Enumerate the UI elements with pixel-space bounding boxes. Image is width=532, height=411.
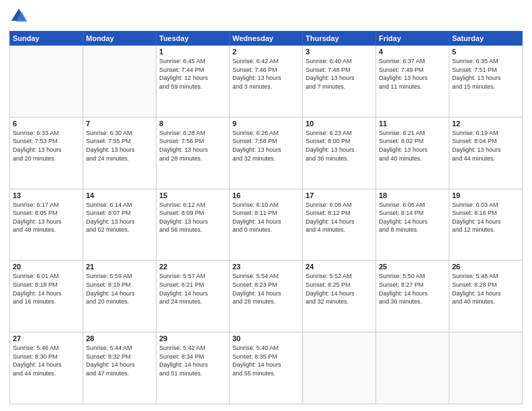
day-number: 3 — [306, 48, 373, 56]
day-number: 15 — [159, 191, 226, 199]
day-info: Sunrise: 5:48 AM Sunset: 8:28 PM Dayligh… — [452, 272, 519, 306]
day-info: Sunrise: 6:05 AM Sunset: 8:14 PM Dayligh… — [379, 201, 446, 234]
weekday-header-sunday: Sunday — [10, 32, 83, 46]
calendar-cell: 6Sunrise: 6:33 AM Sunset: 7:53 PM Daylig… — [10, 117, 83, 189]
day-number: 21 — [86, 263, 153, 271]
weekday-header-saturday: Saturday — [449, 32, 523, 46]
calendar-cell — [449, 332, 523, 404]
day-number: 22 — [159, 263, 226, 271]
day-info: Sunrise: 6:12 AM Sunset: 8:09 PM Dayligh… — [159, 201, 226, 234]
day-number: 11 — [379, 120, 446, 128]
calendar-cell: 19Sunrise: 6:03 AM Sunset: 8:16 PM Dayli… — [449, 189, 523, 261]
day-number: 2 — [232, 48, 300, 56]
day-info: Sunrise: 5:46 AM Sunset: 8:30 PM Dayligh… — [13, 344, 80, 377]
day-info: Sunrise: 6:08 AM Sunset: 8:12 PM Dayligh… — [306, 201, 373, 234]
day-number: 24 — [306, 263, 373, 271]
day-number: 10 — [306, 120, 373, 128]
weekday-header-friday: Friday — [376, 32, 449, 46]
day-number: 27 — [13, 334, 80, 342]
calendar-cell: 16Sunrise: 6:10 AM Sunset: 8:11 PM Dayli… — [230, 189, 303, 261]
day-info: Sunrise: 6:01 AM Sunset: 8:18 PM Dayligh… — [13, 272, 80, 306]
calendar-cell: 29Sunrise: 5:42 AM Sunset: 8:34 PM Dayli… — [157, 332, 230, 404]
day-number: 7 — [86, 120, 153, 128]
day-number: 17 — [306, 191, 373, 199]
calendar-cell: 14Sunrise: 6:14 AM Sunset: 8:07 PM Dayli… — [83, 189, 157, 261]
calendar-cell: 4Sunrise: 6:37 AM Sunset: 7:49 PM Daylig… — [376, 46, 449, 118]
calendar-cell: 23Sunrise: 5:54 AM Sunset: 8:23 PM Dayli… — [230, 261, 303, 332]
day-info: Sunrise: 5:44 AM Sunset: 8:32 PM Dayligh… — [86, 344, 153, 377]
calendar-cell: 28Sunrise: 5:44 AM Sunset: 8:32 PM Dayli… — [83, 332, 157, 404]
calendar-cell — [10, 46, 83, 118]
day-info: Sunrise: 6:42 AM Sunset: 7:46 PM Dayligh… — [232, 57, 300, 91]
calendar-cell: 8Sunrise: 6:28 AM Sunset: 7:56 PM Daylig… — [157, 117, 230, 189]
calendar-cell: 27Sunrise: 5:46 AM Sunset: 8:30 PM Dayli… — [10, 332, 83, 404]
day-info: Sunrise: 6:35 AM Sunset: 7:51 PM Dayligh… — [452, 57, 519, 91]
header — [9, 7, 523, 26]
day-info: Sunrise: 5:54 AM Sunset: 8:23 PM Dayligh… — [232, 272, 300, 306]
day-info: Sunrise: 5:59 AM Sunset: 8:19 PM Dayligh… — [86, 272, 153, 306]
weekday-header-wednesday: Wednesday — [230, 32, 303, 46]
calendar-cell: 11Sunrise: 6:21 AM Sunset: 8:02 PM Dayli… — [376, 117, 449, 189]
logo — [9, 7, 31, 26]
day-info: Sunrise: 6:03 AM Sunset: 8:16 PM Dayligh… — [452, 201, 519, 234]
day-info: Sunrise: 5:50 AM Sunset: 8:27 PM Dayligh… — [379, 272, 446, 306]
calendar-cell — [376, 332, 449, 404]
day-number: 23 — [232, 263, 300, 271]
day-number: 5 — [452, 48, 519, 56]
calendar-cell: 13Sunrise: 6:17 AM Sunset: 8:05 PM Dayli… — [10, 189, 83, 261]
calendar-week-3: 13Sunrise: 6:17 AM Sunset: 8:05 PM Dayli… — [10, 189, 523, 261]
day-info: Sunrise: 6:19 AM Sunset: 8:04 PM Dayligh… — [452, 129, 519, 163]
day-info: Sunrise: 6:21 AM Sunset: 8:02 PM Dayligh… — [379, 129, 446, 163]
day-info: Sunrise: 6:23 AM Sunset: 8:00 PM Dayligh… — [306, 129, 373, 163]
day-number: 4 — [379, 48, 446, 56]
calendar-cell: 17Sunrise: 6:08 AM Sunset: 8:12 PM Dayli… — [303, 189, 376, 261]
calendar-cell: 12Sunrise: 6:19 AM Sunset: 8:04 PM Dayli… — [449, 117, 523, 189]
calendar-cell: 10Sunrise: 6:23 AM Sunset: 8:00 PM Dayli… — [303, 117, 376, 189]
calendar-week-2: 6Sunrise: 6:33 AM Sunset: 7:53 PM Daylig… — [10, 117, 523, 189]
calendar-cell: 26Sunrise: 5:48 AM Sunset: 8:28 PM Dayli… — [449, 261, 523, 332]
logo-icon — [9, 7, 28, 26]
calendar-cell: 1Sunrise: 6:45 AM Sunset: 7:44 PM Daylig… — [157, 46, 230, 118]
day-number: 13 — [13, 191, 80, 199]
day-info: Sunrise: 6:30 AM Sunset: 7:55 PM Dayligh… — [86, 129, 153, 163]
day-info: Sunrise: 6:14 AM Sunset: 8:07 PM Dayligh… — [86, 201, 153, 234]
calendar-cell — [83, 46, 157, 118]
day-number: 25 — [379, 263, 446, 271]
day-info: Sunrise: 6:10 AM Sunset: 8:11 PM Dayligh… — [232, 201, 300, 234]
calendar-week-1: 1Sunrise: 6:45 AM Sunset: 7:44 PM Daylig… — [10, 46, 523, 118]
calendar-cell: 5Sunrise: 6:35 AM Sunset: 7:51 PM Daylig… — [449, 46, 523, 118]
calendar-cell: 2Sunrise: 6:42 AM Sunset: 7:46 PM Daylig… — [230, 46, 303, 118]
calendar-cell: 24Sunrise: 5:52 AM Sunset: 8:25 PM Dayli… — [303, 261, 376, 332]
calendar-cell: 30Sunrise: 5:40 AM Sunset: 8:35 PM Dayli… — [230, 332, 303, 404]
calendar-cell: 25Sunrise: 5:50 AM Sunset: 8:27 PM Dayli… — [376, 261, 449, 332]
calendar-cell: 22Sunrise: 5:57 AM Sunset: 8:21 PM Dayli… — [157, 261, 230, 332]
calendar-cell: 7Sunrise: 6:30 AM Sunset: 7:55 PM Daylig… — [83, 117, 157, 189]
day-number: 16 — [232, 191, 300, 199]
weekday-header-row: SundayMondayTuesdayWednesdayThursdayFrid… — [10, 32, 523, 46]
day-info: Sunrise: 5:52 AM Sunset: 8:25 PM Dayligh… — [306, 272, 373, 306]
calendar-cell: 18Sunrise: 6:05 AM Sunset: 8:14 PM Dayli… — [376, 189, 449, 261]
day-number: 8 — [159, 120, 226, 128]
day-number: 9 — [232, 120, 300, 128]
calendar-cell: 3Sunrise: 6:40 AM Sunset: 7:48 PM Daylig… — [303, 46, 376, 118]
calendar-cell: 15Sunrise: 6:12 AM Sunset: 8:09 PM Dayli… — [157, 189, 230, 261]
day-number: 30 — [232, 334, 300, 342]
day-number: 26 — [452, 263, 519, 271]
weekday-header-tuesday: Tuesday — [157, 32, 230, 46]
page: SundayMondayTuesdayWednesdayThursdayFrid… — [0, 0, 532, 411]
calendar: SundayMondayTuesdayWednesdayThursdayFrid… — [9, 31, 523, 404]
day-info: Sunrise: 6:40 AM Sunset: 7:48 PM Dayligh… — [306, 57, 373, 91]
day-info: Sunrise: 6:28 AM Sunset: 7:56 PM Dayligh… — [159, 129, 226, 163]
calendar-cell: 20Sunrise: 6:01 AM Sunset: 8:18 PM Dayli… — [10, 261, 83, 332]
weekday-header-monday: Monday — [83, 32, 157, 46]
day-info: Sunrise: 5:57 AM Sunset: 8:21 PM Dayligh… — [159, 272, 226, 306]
day-number: 20 — [13, 263, 80, 271]
day-number: 14 — [86, 191, 153, 199]
day-info: Sunrise: 6:17 AM Sunset: 8:05 PM Dayligh… — [13, 201, 80, 234]
day-info: Sunrise: 5:42 AM Sunset: 8:34 PM Dayligh… — [159, 344, 226, 377]
calendar-cell: 9Sunrise: 6:26 AM Sunset: 7:58 PM Daylig… — [230, 117, 303, 189]
day-number: 6 — [13, 120, 80, 128]
day-number: 12 — [452, 120, 519, 128]
day-number: 1 — [159, 48, 226, 56]
day-info: Sunrise: 6:33 AM Sunset: 7:53 PM Dayligh… — [13, 129, 80, 163]
